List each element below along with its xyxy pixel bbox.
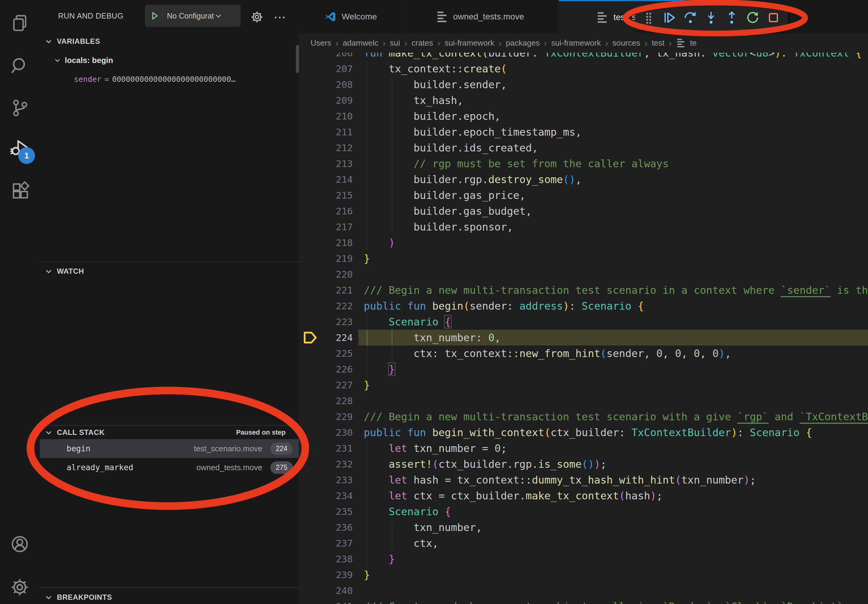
code-line-211[interactable]: 211 builder.epoch_timestamp_ms, [299,124,868,140]
breadcrumb-item[interactable]: sui-framework [445,38,494,48]
variables-scope-row[interactable]: locals: begin [40,52,299,68]
code-line-230[interactable]: 230public fun begin_with_context(ctx_bui… [299,424,868,440]
code-line-226[interactable]: 226 } [299,361,868,377]
line-number[interactable]: 230 [299,424,353,440]
breadcrumb-item[interactable]: sources [612,38,640,48]
code-line-220[interactable]: 220 [299,266,868,282]
code-area[interactable]: 206fun make_tx_context(builder: TxContex… [299,34,868,604]
sidebar-scrollbar[interactable] [296,45,299,73]
code-line-221[interactable]: 221/// Begin a new multi-transaction tes… [299,282,868,298]
breadcrumb-item[interactable]: crates [411,38,433,48]
call-stack-frame[interactable]: begin test_scenario.move 224 [40,439,299,458]
code-line-233[interactable]: 233 let hash = tx_context::dummy_tx_hash… [299,472,868,488]
call-stack-frame[interactable]: already_marked owned_tests.move 275 [40,458,299,477]
settings-gear-icon[interactable] [10,577,30,597]
start-debug-icon[interactable] [146,11,163,21]
line-number[interactable]: 214 [299,172,353,187]
tab-welcome[interactable]: Welcome [299,0,403,34]
line-number[interactable]: 238 [299,551,353,567]
code-line-222[interactable]: 222public fun begin(sender: address): Sc… [299,298,868,314]
code-line-232[interactable]: 232 assert!(ctx_builder.rgp.is_some()); [299,456,868,472]
code-line-210[interactable]: 210 builder.epoch, [299,108,868,124]
line-number[interactable]: 228 [299,393,353,409]
breadcrumb-file[interactable]: te [676,38,697,48]
code-line-225[interactable]: 225 ctx: tx_context::new_from_hint(sende… [299,345,868,361]
continue-button[interactable] [662,10,677,26]
code-line-218[interactable]: 218 ) [299,235,868,251]
step-over-button[interactable] [682,10,698,26]
code-line-217[interactable]: 217 builder.sponsor, [299,219,868,235]
code-line-223[interactable]: 223 Scenario { [299,314,868,330]
code-line-229[interactable]: 229/// Begin a new multi-transaction tes… [299,409,868,424]
breadcrumb-item[interactable]: sui [390,38,400,48]
line-number[interactable]: 236 [299,519,353,535]
line-number[interactable]: 237 [299,535,353,551]
line-number[interactable]: 232 [299,456,353,472]
line-number[interactable]: 218 [299,235,353,251]
account-icon[interactable] [10,534,30,554]
line-number[interactable]: 223 [299,314,353,330]
code-line-240[interactable]: 240 [299,583,868,599]
code-line-236[interactable]: 236 txn_number, [299,519,868,535]
line-number[interactable]: 224 [299,330,353,345]
call-stack-section-header[interactable]: CALL STACK Paused on step [40,425,299,440]
more-actions-icon[interactable]: ⋯ [272,9,288,25]
code-line-209[interactable]: 209 tx_hash, [299,93,868,108]
line-number[interactable]: 213 [299,156,353,172]
code-line-214[interactable]: 214 builder.rgp.destroy_some(), [299,172,868,187]
code-line-215[interactable]: 215 builder.gas_price, [299,187,868,203]
code-line-238[interactable]: 238 } [299,551,868,567]
drag-handle-icon[interactable] [641,10,657,26]
line-number[interactable]: 212 [299,140,353,156]
search-icon[interactable] [10,55,30,76]
line-number[interactable]: 207 [299,61,353,77]
line-number[interactable]: 241 [299,599,353,604]
line-number[interactable]: 227 [299,377,353,393]
line-number[interactable]: 239 [299,567,353,583]
step-into-button[interactable] [703,10,719,26]
variable-row[interactable]: sender = 00000000000000000000000000… [40,71,299,87]
code-line-237[interactable]: 237 ctx, [299,535,868,551]
code-line-216[interactable]: 216 builder.gas_budget, [299,203,868,219]
code-line-213[interactable]: 213 // rgp must be set from the caller a… [299,156,868,172]
debug-configuration-dropdown[interactable]: No Configurat [145,5,240,27]
gear-icon[interactable] [249,9,265,25]
line-number[interactable]: 210 [299,108,353,124]
line-number[interactable]: 208 [299,77,353,93]
code-line-239[interactable]: 239} [299,567,868,583]
line-number[interactable]: 226 [299,361,353,377]
code-line-235[interactable]: 235 Scenario { [299,503,868,519]
code-line-231[interactable]: 231 let txn_number = 0; [299,440,868,456]
code-line-212[interactable]: 212 builder.ids_created, [299,140,868,156]
watch-section-header[interactable]: WATCH [40,264,299,279]
step-out-button[interactable] [724,10,740,26]
line-number[interactable]: 229 [299,409,353,424]
breadcrumb-item[interactable]: Users [310,38,331,48]
code-line-208[interactable]: 208 builder.sender, [299,77,868,93]
code-line-224[interactable]: 224 txn_number: 0, [299,330,868,345]
line-number[interactable]: 221 [299,282,353,298]
code-line-207[interactable]: 207 tx_context::create( [299,61,868,77]
line-number[interactable]: 235 [299,503,353,519]
extensions-icon[interactable] [10,181,30,201]
line-number[interactable]: 216 [299,203,353,219]
tab-owned-tests[interactable]: owned_tests.move [403,0,559,34]
line-number[interactable]: 211 [299,124,353,140]
stop-button[interactable] [766,10,781,26]
code-line-228[interactable]: 228 [299,393,868,409]
breadcrumb-item[interactable]: sui-framework [552,38,601,48]
breadcrumb-item[interactable]: adamwelc [343,38,378,48]
code-line-219[interactable]: 219} [299,251,868,266]
line-number[interactable]: 234 [299,488,353,503]
breadcrumb-item[interactable]: test [652,38,665,48]
line-number[interactable]: 209 [299,93,353,108]
line-number[interactable]: 220 [299,266,353,282]
line-number[interactable]: 240 [299,583,353,599]
line-number[interactable]: 219 [299,251,353,266]
line-number[interactable]: 225 [299,345,353,361]
breadcrumb-item[interactable]: packages [506,38,539,48]
restart-button[interactable] [745,10,761,26]
breakpoints-section-header[interactable]: BREAKPOINTS [40,590,299,604]
files-icon[interactable] [10,13,30,33]
variables-section-header[interactable]: VARIABLES [40,34,299,49]
